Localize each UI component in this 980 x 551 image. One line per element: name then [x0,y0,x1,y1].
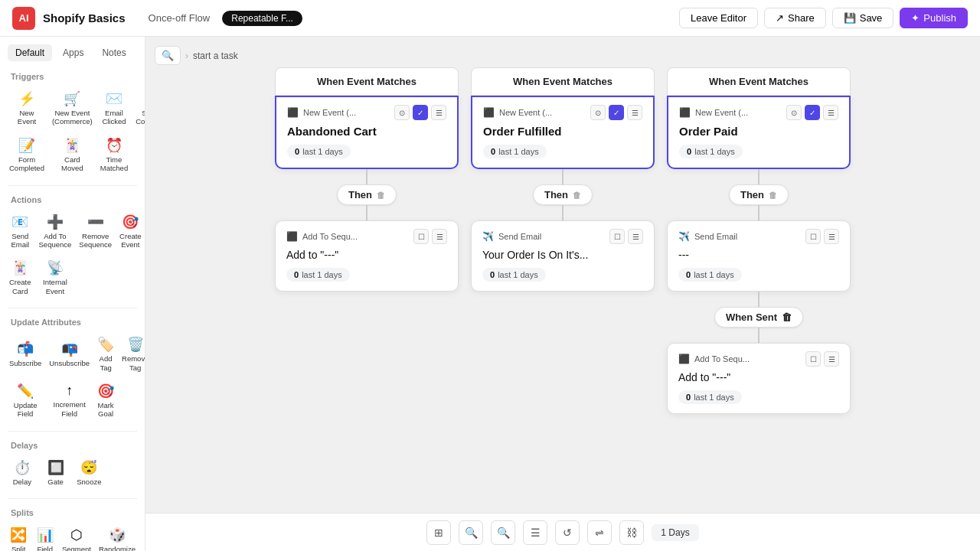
then-button-3[interactable]: Then 🗑 [729,184,789,205]
sidebar-item-update-field[interactable]: ✏️UpdateField [6,378,44,423]
sidebar-item-form-completed[interactable]: 📝FormCompleted [6,132,47,178]
divider-update [8,308,137,308]
connector-3: Then 🗑 [729,169,789,220]
create-card-icon: 🃏 [11,259,28,276]
sidebar-item-add-sequence[interactable]: ➕Add ToSequence [36,209,75,254]
sidebar-item-add-tag[interactable]: 🏷️Add Tag [94,331,117,377]
action-card-1[interactable]: ⬛ Add To Sequ... ☐ ☰ Add to "---" 0 last… [275,220,459,292]
extra-action-card-3[interactable]: ⬛ Add To Sequ... ☐ ☰ Add to "---" 0 last… [667,343,851,414]
leave-editor-button[interactable]: Leave Editor [679,8,758,28]
sidebar-item-increment-field[interactable]: ↑IncrementField [46,378,93,423]
toolbar-refresh-btn[interactable]: ↺ [555,520,580,545]
sidebar-item-delay[interactable]: ⏱️Delay [6,455,38,491]
sidebar-item-new-event-commerce[interactable]: 🛒New Event(Commerce) [49,86,96,131]
sidebar-item-snooze[interactable]: 😴Snooze [74,455,106,491]
sidebar-item-remove-sequence[interactable]: ➖RemoveSequence [76,209,115,254]
event-main-1: Abandoned Cart [287,125,446,138]
conn-line-ws-top [758,292,760,307]
event-card-1[interactable]: ⬛ New Event (... ⊙ ✓ ☰ Abandoned Cart 0 … [275,96,459,169]
actions-grid: 📧SendEmail ➕Add ToSequence ➖RemoveSequen… [0,206,145,304]
event-card-2[interactable]: ⬛ New Event (... ⊙ ✓ ☰ Order Fulfilled 0… [471,96,655,169]
save-button[interactable]: 💾 Save [832,8,894,28]
sidebar-item-mark-goal[interactable]: 🎯MarkGoal [94,378,117,423]
sidebar-tab-notes[interactable]: Notes [94,44,133,61]
sidebar-item-remove-tag[interactable]: 🗑️RemoveTag [119,331,145,377]
toolbar-days[interactable]: 1 Days [652,524,698,541]
extra-action-card-header-3: ⬛ Add To Sequ... ☐ ☰ [678,351,839,367]
share-button[interactable]: ↗ Share [764,8,826,28]
then-button-1[interactable]: Then 🗑 [337,184,397,205]
toolbar-list-btn[interactable]: ☰ [523,520,547,545]
action-card-3[interactable]: ✈️ Send Email ☐ ☰ --- 0 last 1 days [667,220,851,292]
event-menu-btn-3[interactable]: ☰ [823,105,838,120]
then-button-2[interactable]: Then 🗑 [533,184,593,205]
sidebar-item-email-clicked[interactable]: ✉️EmailClicked [97,86,131,131]
triggers-grid: ⚡NewEvent 🛒New Event(Commerce) ✉️EmailCl… [0,83,145,181]
toolbar-zoom-out-btn[interactable]: 🔍 [491,520,515,545]
event-copy-btn-1[interactable]: ⊙ [394,105,410,120]
action-card-header-1: ⬛ Add To Sequ... ☐ ☰ [286,229,447,244]
delay-icon: ⏱️ [14,459,31,476]
when-sent-button[interactable]: When Sent 🗑 [714,307,803,328]
extra-check-btn-3[interactable]: ☐ [805,351,821,367]
event-check-btn-1[interactable]: ✓ [413,105,428,120]
event-card-header-3: ⬛ New Event (... ⊙ ✓ ☰ [679,105,838,120]
action-stat-label-1: last 1 days [302,270,342,279]
action-menu-btn-3[interactable]: ☰ [824,229,839,244]
action-menu-btn-2[interactable]: ☰ [628,229,643,244]
sidebar-tab-bar: Default Apps Notes [0,44,145,67]
event-copy-btn-2[interactable]: ⊙ [590,105,606,120]
sidebar-item-field[interactable]: 📊Field [32,522,57,551]
action-menu-btn-1[interactable]: ☰ [432,229,447,244]
event-name-1: New Event (... [303,108,356,117]
app-logo: AI [12,7,35,30]
delays-grid: ⏱️Delay 🔲Gate 😴Snooze [0,452,145,494]
sidebar-tab-apps[interactable]: Apps [55,44,91,61]
new-event-icon: ⚡ [18,90,35,107]
tab-repeatable[interactable]: Repeatable F... [222,11,302,26]
toolbar-merge-btn[interactable]: ⇌ [587,520,612,545]
increment-field-icon: ↑ [66,383,73,399]
event-check-btn-3[interactable]: ✓ [805,105,820,120]
sidebar-item-new-event[interactable]: ⚡NewEvent [6,86,47,131]
sidebar-item-create-card[interactable]: 🃏CreateCard [6,255,34,300]
sidebar-tab-default[interactable]: Default [8,44,52,61]
extra-menu-btn-3[interactable]: ☰ [824,351,839,367]
sidebar-item-gate[interactable]: 🔲Gate [40,455,72,491]
conn-line-ws-bottom [758,328,760,343]
event-name-3: New Event (... [695,108,748,117]
action-check-btn-3[interactable]: ☐ [805,229,821,244]
trigger-header-1: When Event Matches [275,67,459,96]
sidebar-item-segment[interactable]: ⬡Segment [59,522,94,551]
event-card-3[interactable]: ⬛ New Event (... ⊙ ✓ ☰ Order Paid 0 last… [667,96,851,169]
action-check-btn-2[interactable]: ☐ [609,229,625,244]
sidebar-item-randomize[interactable]: 🎲Randomize [96,522,139,551]
event-copy-btn-3[interactable]: ⊙ [786,105,802,120]
tab-once-off[interactable]: Once-off Flow [141,12,218,24]
sidebar-item-card-moved[interactable]: 🃏CardMoved [49,132,96,178]
sidebar-item-time-matched[interactable]: ⏰TimeMatched [97,132,131,178]
sidebar-item-send-email[interactable]: 📧SendEmail [6,209,34,254]
event-card-header-1: ⬛ New Event (... ⊙ ✓ ☰ [287,105,446,120]
search-icon: 🔍 [162,50,174,61]
sidebar-item-internal-event[interactable]: 📡InternalEvent [36,255,75,300]
sidebar-item-create-event[interactable]: 🎯CreateEvent [116,209,145,254]
sidebar-item-subscribe[interactable]: 📬Subscribe [6,331,44,377]
form-icon: 📝 [18,137,35,154]
sidebar-item-split[interactable]: 🔀Split [6,522,31,551]
search-button[interactable]: 🔍 [155,46,181,65]
event-menu-btn-1[interactable]: ☰ [431,105,446,120]
sidebar-item-survey-completed[interactable]: 📋SurveyCompleted [132,86,145,131]
segment-icon: ⬡ [70,527,83,543]
breadcrumb-path: start a task [193,51,238,61]
publish-button[interactable]: ✦ Publish [900,8,968,28]
event-check-btn-2[interactable]: ✓ [609,105,624,120]
toolbar-zoom-in-btn[interactable]: 🔍 [459,520,483,545]
toolbar-link-btn[interactable]: ⛓ [619,520,644,545]
action-card-2[interactable]: ✈️ Send Email ☐ ☰ Your Order Is On It's.… [471,220,655,292]
conn-line-bottom-3 [758,205,760,220]
sidebar-item-unsubscribe[interactable]: 📭Unsubscribe [46,331,93,377]
toolbar-grid-btn[interactable]: ⊞ [426,520,451,545]
action-check-btn-1[interactable]: ☐ [413,229,429,244]
event-menu-btn-2[interactable]: ☰ [627,105,642,120]
